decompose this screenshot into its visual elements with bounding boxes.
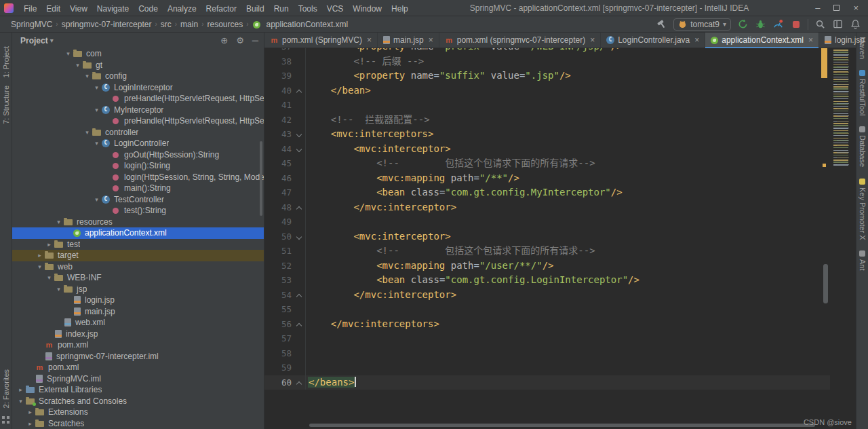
project-scrollbar[interactable]: [260, 141, 262, 216]
code-line[interactable]: 45 <!-- 包括这个包请求下面的所有请求-->: [264, 156, 830, 171]
expand-arrow[interactable]: ▾: [73, 62, 82, 69]
close-icon[interactable]: ×: [367, 35, 372, 45]
code-line[interactable]: 60</beans>: [264, 375, 830, 390]
fold-marker[interactable]: [294, 142, 305, 157]
code-line[interactable]: 57: [264, 331, 830, 346]
tree-item[interactable]: pom.xml: [12, 339, 264, 351]
expand-arrow[interactable]: ▾: [92, 196, 101, 203]
run-config-selector[interactable]: tomcat9 ▾: [673, 18, 731, 31]
code-line[interactable]: 42 <!-- 拦截器配置-->: [264, 113, 830, 128]
code-line[interactable]: 58: [264, 346, 830, 361]
build-hammer-icon[interactable]: [656, 18, 667, 30]
close-icon[interactable]: ×: [429, 35, 433, 45]
tree-item[interactable]: login(HttpSession, String, String, Model…: [12, 172, 264, 183]
tree-item[interactable]: ▾config: [12, 71, 264, 82]
menu-refactor[interactable]: Refactor: [201, 4, 241, 14]
expand-arrow[interactable]: ▾: [92, 107, 101, 113]
breadcrumb-item[interactable]: src: [158, 20, 174, 29]
close-icon[interactable]: ×: [808, 35, 813, 45]
gear-icon[interactable]: ⚙: [236, 36, 244, 45]
toolwindow-button-project[interactable]: 1: Project: [2, 46, 10, 77]
tree-item[interactable]: login():String: [12, 160, 264, 172]
tree-item[interactable]: ▾LoginInterceptor: [12, 82, 264, 94]
code-line[interactable]: 39 <property name="suffix" value=".jsp"/…: [264, 69, 830, 83]
menu-help[interactable]: Help: [387, 4, 413, 14]
tree-item[interactable]: ▾resources: [12, 217, 264, 228]
tree-item[interactable]: ▸Extensions: [12, 407, 264, 418]
tree-item[interactable]: web.xml: [12, 317, 264, 329]
tree-item[interactable]: ▾controller: [12, 127, 264, 138]
code-line[interactable]: 56 </mvc:interceptors>: [264, 317, 830, 332]
toolwindow-button-database[interactable]: Database: [859, 126, 867, 167]
editor-tab[interactable]: applicationContext.xml×: [705, 33, 819, 48]
tree-item[interactable]: ▾web: [12, 261, 264, 273]
editor-tab[interactable]: main.jsp×: [378, 33, 439, 48]
expand-arrow[interactable]: ▾: [83, 73, 92, 79]
tree-item[interactable]: main.jsp: [12, 306, 264, 318]
expand-arrow[interactable]: ▾: [83, 129, 92, 136]
tree-item[interactable]: ▾LoginController: [12, 138, 264, 149]
minimap[interactable]: [830, 48, 856, 429]
code-line[interactable]: 54 </mvc:interceptor>: [264, 288, 830, 303]
toolwindow-button-favorites[interactable]: 2: Favorites: [2, 369, 10, 408]
tree-item[interactable]: main():String: [12, 183, 264, 194]
code-line[interactable]: 48 </mvc:interceptor>: [264, 200, 830, 215]
tree-item[interactable]: index.jsp: [12, 329, 264, 340]
layout-icon[interactable]: [832, 18, 844, 30]
tree-item[interactable]: ▾jsp: [12, 284, 264, 295]
rerun-icon[interactable]: [737, 18, 749, 30]
locate-file-icon[interactable]: ⊕: [220, 36, 228, 45]
code-line[interactable]: 59: [264, 360, 830, 375]
close-icon[interactable]: ×: [590, 35, 595, 45]
code-line[interactable]: 47 <bean class="com.gt.config.MyIntercep…: [264, 185, 830, 200]
code-line[interactable]: 43 <mvc:interceptors>: [264, 127, 830, 142]
breadcrumb-item[interactable]: springmvc-07-intercepter: [59, 20, 155, 29]
tree-item[interactable]: ▸target: [12, 250, 264, 261]
tree-item[interactable]: ▸External Libraries: [12, 384, 264, 396]
tree-item[interactable]: goOut(HttpSession):String: [12, 149, 264, 161]
close-icon[interactable]: ×: [694, 35, 699, 45]
expand-arrow[interactable]: ▾: [92, 84, 101, 91]
tree-item[interactable]: test():String: [12, 205, 264, 217]
toolwindow-switcher-icon[interactable]: [2, 416, 9, 424]
code-line[interactable]: 49: [264, 214, 830, 229]
code-line[interactable]: 55: [264, 302, 830, 317]
fold-marker[interactable]: [294, 229, 305, 244]
code-line[interactable]: 37 <property name="prefix" value="/WEB-I…: [264, 48, 830, 54]
stop-icon[interactable]: [790, 18, 802, 30]
expand-arrow[interactable]: ▾: [16, 398, 25, 405]
tree-item[interactable]: preHandle(HttpServletRequest, HttpServle: [12, 93, 264, 105]
breadcrumb-item[interactable]: resources: [204, 20, 245, 29]
profiler-icon[interactable]: [772, 18, 784, 30]
breadcrumb-item[interactable]: main: [178, 20, 201, 29]
code-line[interactable]: 52 <mvc:mapping path="/user/**/"/>: [264, 259, 830, 274]
tree-item[interactable]: ▾MyInterceptor: [12, 105, 264, 116]
fold-marker[interactable]: [294, 200, 305, 215]
tree-item[interactable]: ▾Scratches and Consoles: [12, 396, 264, 407]
notifications-bell-icon[interactable]: [850, 18, 861, 30]
tree-item[interactable]: pom.xml: [12, 362, 264, 373]
maximize-icon[interactable]: [833, 5, 840, 11]
menu-tools[interactable]: Tools: [294, 4, 322, 14]
fold-marker[interactable]: [294, 288, 305, 303]
hide-panel-icon[interactable]: ─: [252, 36, 258, 45]
expand-arrow[interactable]: ▸: [26, 409, 35, 415]
editor-tab[interactable]: LoginController.java×: [601, 33, 705, 48]
debug-icon[interactable]: [755, 18, 766, 30]
menu-analyze[interactable]: Analyze: [163, 4, 201, 14]
menu-view[interactable]: View: [65, 4, 92, 14]
code-line[interactable]: 44 <mvc:interceptor>: [264, 142, 830, 157]
expand-arrow[interactable]: ▾: [64, 50, 73, 57]
fold-marker[interactable]: [294, 317, 305, 332]
code-line[interactable]: 38 <!-- 后缀 -->: [264, 54, 830, 69]
close-icon[interactable]: ×: [853, 3, 859, 12]
tree-item[interactable]: applicationContext.xml: [12, 227, 264, 239]
expand-arrow[interactable]: ▸: [45, 241, 54, 248]
tree-item[interactable]: SpringMVC.iml: [12, 373, 264, 385]
chevron-down-icon[interactable]: ▾: [50, 37, 54, 44]
menu-file[interactable]: File: [19, 4, 41, 14]
tree-item[interactable]: ▸test: [12, 239, 264, 250]
menu-run[interactable]: Run: [269, 4, 294, 14]
fold-marker[interactable]: [294, 83, 305, 98]
expand-arrow[interactable]: ▸: [35, 252, 44, 259]
